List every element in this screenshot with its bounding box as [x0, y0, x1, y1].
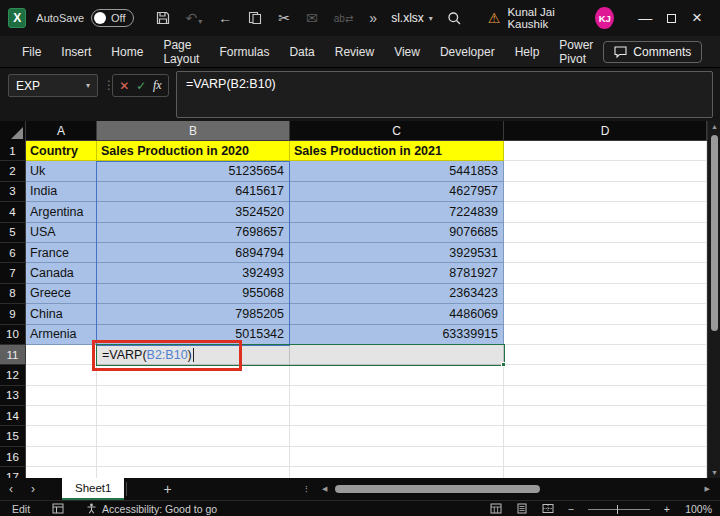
- cell-D10[interactable]: [504, 325, 707, 345]
- cell-B5[interactable]: 7698657: [97, 223, 290, 243]
- cell-C10[interactable]: 63339915: [290, 325, 504, 345]
- user-name[interactable]: Kunal Jai Kaushik: [507, 6, 586, 30]
- sheet-nav-left-icon[interactable]: ‹: [0, 482, 22, 496]
- row-header-16[interactable]: 16: [0, 447, 26, 467]
- zoom-slider-thumb[interactable]: [617, 505, 619, 514]
- cell-B8[interactable]: 955068: [97, 284, 290, 304]
- cell-C16[interactable]: [290, 447, 504, 467]
- cell-A1[interactable]: Country: [26, 141, 97, 161]
- select-all-corner[interactable]: [0, 121, 26, 141]
- row-header-8[interactable]: 8: [0, 284, 26, 304]
- close-button[interactable]: ×: [684, 3, 710, 33]
- row-header-13[interactable]: 13: [0, 386, 26, 406]
- warning-icon[interactable]: ⚠: [488, 10, 501, 26]
- column-header-b[interactable]: B: [97, 121, 290, 141]
- save-icon[interactable]: [156, 11, 170, 25]
- accessibility-status[interactable]: Accessibility: Good to go: [102, 503, 217, 515]
- cell-D9[interactable]: [504, 304, 707, 324]
- zoom-slider[interactable]: [588, 504, 650, 514]
- normal-view-icon[interactable]: [490, 503, 502, 514]
- cell-B3[interactable]: 6415617: [97, 182, 290, 202]
- cell-A14[interactable]: [26, 406, 97, 426]
- scroll-up-icon[interactable]: ▲: [708, 123, 720, 130]
- accessibility-icon[interactable]: [86, 503, 97, 514]
- back-arrow-icon[interactable]: ←: [218, 10, 232, 26]
- cell-C13[interactable]: [290, 386, 504, 406]
- cell-A6[interactable]: France: [26, 243, 97, 263]
- horizontal-scrollbar[interactable]: [333, 484, 573, 494]
- autosave-toggle[interactable]: Off: [91, 9, 134, 27]
- scrollbar-splitter-icon[interactable]: ⁝: [305, 484, 308, 495]
- row-header-14[interactable]: 14: [0, 406, 26, 426]
- column-header-a[interactable]: A: [26, 121, 97, 141]
- cell-D5[interactable]: [504, 223, 707, 243]
- cell-C1[interactable]: Sales Production in 2021: [290, 141, 504, 161]
- ribbon-tab-formulas[interactable]: Formulas: [209, 36, 279, 67]
- cell-D8[interactable]: [504, 284, 707, 304]
- vertical-scrollbar[interactable]: ▲ ▼: [707, 121, 720, 478]
- cell-C15[interactable]: [290, 426, 504, 446]
- page-break-preview-icon[interactable]: [542, 503, 554, 514]
- ribbon-tab-developer[interactable]: Developer: [430, 36, 505, 67]
- cell-C17[interactable]: [290, 467, 504, 478]
- cell-B10[interactable]: 5015342: [97, 325, 290, 345]
- cell-C4[interactable]: 7224839: [290, 202, 504, 222]
- row-header-10[interactable]: 10: [0, 325, 26, 345]
- row-header-7[interactable]: 7: [0, 263, 26, 283]
- cell-D12[interactable]: [504, 365, 707, 385]
- cell-D11[interactable]: [504, 345, 707, 365]
- cell-D1[interactable]: [504, 141, 707, 161]
- zoom-out-button[interactable]: −: [568, 503, 574, 515]
- cell-C12[interactable]: [290, 365, 504, 385]
- cell-D14[interactable]: [504, 406, 707, 426]
- zoom-in-button[interactable]: +: [664, 503, 670, 515]
- sheet-tab-sheet1[interactable]: Sheet1: [62, 478, 124, 500]
- cell-D16[interactable]: [504, 447, 707, 467]
- comments-button[interactable]: Comments: [603, 41, 702, 63]
- row-header-17[interactable]: 17: [0, 467, 26, 478]
- ribbon-tab-insert[interactable]: Insert: [51, 36, 101, 67]
- zoom-percentage[interactable]: 100%: [684, 503, 712, 515]
- ribbon-tab-data[interactable]: Data: [279, 36, 324, 67]
- search-icon[interactable]: [447, 11, 462, 26]
- cell-A4[interactable]: Argentina: [26, 202, 97, 222]
- maximize-button[interactable]: [658, 3, 684, 33]
- row-header-11[interactable]: 11: [0, 345, 26, 365]
- row-header-6[interactable]: 6: [0, 243, 26, 263]
- cell-C11[interactable]: [290, 345, 504, 365]
- cell-C5[interactable]: 9076685: [290, 223, 504, 243]
- user-avatar[interactable]: KJ: [595, 7, 614, 29]
- cell-A11[interactable]: [26, 345, 97, 365]
- document-title[interactable]: sl.xlsx ▾: [391, 11, 433, 25]
- ribbon-tab-page-layout[interactable]: Page Layout: [153, 36, 209, 67]
- cancel-entry-icon[interactable]: ✕: [119, 79, 129, 93]
- cell-A12[interactable]: [26, 365, 97, 385]
- ribbon-tab-help[interactable]: Help: [505, 36, 550, 67]
- cell-A3[interactable]: India: [26, 182, 97, 202]
- cell-D2[interactable]: [504, 161, 707, 181]
- cell-B12[interactable]: [97, 365, 290, 385]
- cell-C14[interactable]: [290, 406, 504, 426]
- cell-C6[interactable]: 3929531: [290, 243, 504, 263]
- cell-B2[interactable]: 51235654: [97, 161, 290, 181]
- formula-input[interactable]: =VARP(B2:B10): [176, 71, 713, 118]
- scroll-down-icon[interactable]: ▼: [708, 469, 720, 476]
- row-header-12[interactable]: 12: [0, 365, 26, 385]
- cell-A13[interactable]: [26, 386, 97, 406]
- row-header-2[interactable]: 2: [0, 161, 26, 181]
- name-box[interactable]: EXP ▾: [8, 74, 98, 97]
- cell-B17[interactable]: [97, 467, 290, 478]
- cell-B7[interactable]: 392493: [97, 263, 290, 283]
- scroll-left-icon[interactable]: ◀: [318, 485, 331, 493]
- scroll-right-icon[interactable]: ▶: [701, 485, 714, 493]
- row-header-3[interactable]: 3: [0, 182, 26, 202]
- cell-D3[interactable]: [504, 182, 707, 202]
- page-layout-view-icon[interactable]: [516, 503, 528, 514]
- cell-C9[interactable]: 4486069: [290, 304, 504, 324]
- row-header-4[interactable]: 4: [0, 202, 26, 222]
- column-header-d[interactable]: D: [504, 121, 707, 141]
- ribbon-tab-view[interactable]: View: [384, 36, 430, 67]
- cell-C7[interactable]: 8781927: [290, 263, 504, 283]
- overflow-chevron-icon[interactable]: »: [369, 10, 377, 26]
- cell-D4[interactable]: [504, 202, 707, 222]
